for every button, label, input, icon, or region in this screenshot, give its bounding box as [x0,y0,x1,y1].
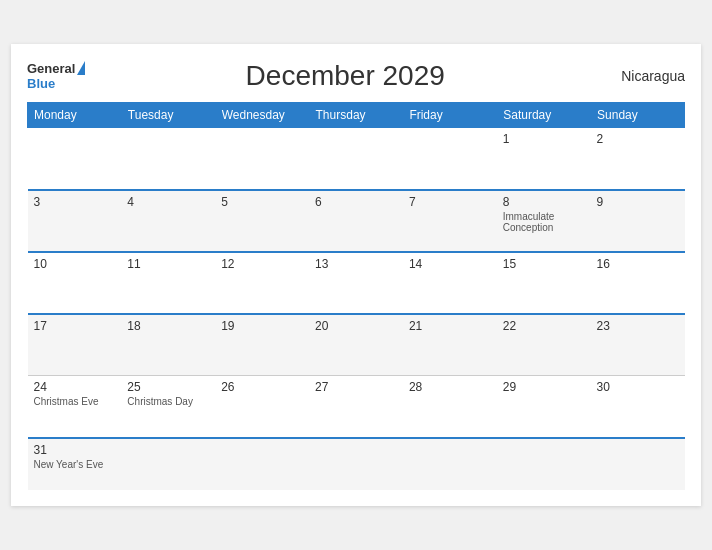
holiday-label: New Year's Eve [34,459,116,470]
calendar-week-row: 31New Year's Eve [28,438,685,490]
day-number: 14 [409,257,491,271]
calendar-cell: 21 [403,314,497,376]
calendar-cell: 16 [591,252,685,314]
calendar-cell: 24Christmas Eve [28,376,122,438]
calendar-cell: 23 [591,314,685,376]
calendar-week-row: 345678ImmaculateConception9 [28,190,685,252]
calendar-cell: 22 [497,314,591,376]
calendar-cell: 4 [121,190,215,252]
calendar-cell: 31New Year's Eve [28,438,122,490]
calendar-grid: MondayTuesdayWednesdayThursdayFridaySatu… [27,102,685,490]
logo: General Blue [27,61,85,92]
day-number: 15 [503,257,585,271]
calendar-cell: 27 [309,376,403,438]
calendar-cell [403,128,497,190]
calendar-cell [215,128,309,190]
calendar-cell [309,438,403,490]
calendar-cell: 19 [215,314,309,376]
calendar-cell: 26 [215,376,309,438]
calendar-cell: 25Christmas Day [121,376,215,438]
day-number: 29 [503,380,585,394]
day-number: 25 [127,380,209,394]
calendar-cell [403,438,497,490]
day-number: 27 [315,380,397,394]
day-number: 5 [221,195,303,209]
holiday-label: Christmas Day [127,396,209,407]
weekday-header-friday: Friday [403,103,497,128]
day-number: 21 [409,319,491,333]
country-label: Nicaragua [605,68,685,84]
calendar-week-row: 12 [28,128,685,190]
calendar-cell [28,128,122,190]
weekday-header-sunday: Sunday [591,103,685,128]
calendar-header: General Blue December 2029 Nicaragua [27,60,685,92]
calendar-cell: 11 [121,252,215,314]
weekday-header-wednesday: Wednesday [215,103,309,128]
calendar-cell: 13 [309,252,403,314]
day-number: 19 [221,319,303,333]
day-number: 20 [315,319,397,333]
day-number: 17 [34,319,116,333]
holiday-label: Christmas Eve [34,396,116,407]
day-number: 24 [34,380,116,394]
day-number: 22 [503,319,585,333]
calendar-cell: 30 [591,376,685,438]
calendar-cell: 8ImmaculateConception [497,190,591,252]
calendar-week-row: 10111213141516 [28,252,685,314]
day-number: 2 [597,132,679,146]
calendar-cell: 9 [591,190,685,252]
calendar-cell: 10 [28,252,122,314]
day-number: 30 [597,380,679,394]
calendar-cell [591,438,685,490]
day-number: 1 [503,132,585,146]
day-number: 7 [409,195,491,209]
calendar-cell: 12 [215,252,309,314]
logo-general-text: General [27,61,75,77]
day-number: 23 [597,319,679,333]
day-number: 10 [34,257,116,271]
calendar-cell [497,438,591,490]
calendar-cell: 14 [403,252,497,314]
calendar-cell: 3 [28,190,122,252]
day-number: 28 [409,380,491,394]
calendar-cell: 15 [497,252,591,314]
calendar-cell: 6 [309,190,403,252]
day-number: 6 [315,195,397,209]
calendar-cell: 1 [497,128,591,190]
day-number: 9 [597,195,679,209]
weekday-header-thursday: Thursday [309,103,403,128]
day-number: 18 [127,319,209,333]
calendar-cell: 28 [403,376,497,438]
day-number: 11 [127,257,209,271]
calendar-cell: 17 [28,314,122,376]
day-number: 13 [315,257,397,271]
day-number: 12 [221,257,303,271]
calendar-cell [215,438,309,490]
calendar-cell [121,128,215,190]
weekday-header-tuesday: Tuesday [121,103,215,128]
weekday-header-monday: Monday [28,103,122,128]
weekday-header-saturday: Saturday [497,103,591,128]
calendar-cell: 29 [497,376,591,438]
calendar-cell: 2 [591,128,685,190]
day-number: 26 [221,380,303,394]
day-number: 8 [503,195,585,209]
day-number: 4 [127,195,209,209]
day-number: 3 [34,195,116,209]
day-number: 16 [597,257,679,271]
calendar-week-row: 24Christmas Eve25Christmas Day2627282930 [28,376,685,438]
holiday-label: ImmaculateConception [503,211,585,233]
calendar-cell [121,438,215,490]
calendar-cell: 7 [403,190,497,252]
calendar-cell [309,128,403,190]
day-number: 31 [34,443,116,457]
logo-blue-text: Blue [27,76,85,92]
calendar-container: General Blue December 2029 Nicaragua Mon… [11,44,701,506]
weekday-header-row: MondayTuesdayWednesdayThursdayFridaySatu… [28,103,685,128]
calendar-title: December 2029 [85,60,605,92]
calendar-cell: 5 [215,190,309,252]
calendar-cell: 20 [309,314,403,376]
logo-triangle-icon [77,61,85,75]
calendar-cell: 18 [121,314,215,376]
calendar-week-row: 17181920212223 [28,314,685,376]
